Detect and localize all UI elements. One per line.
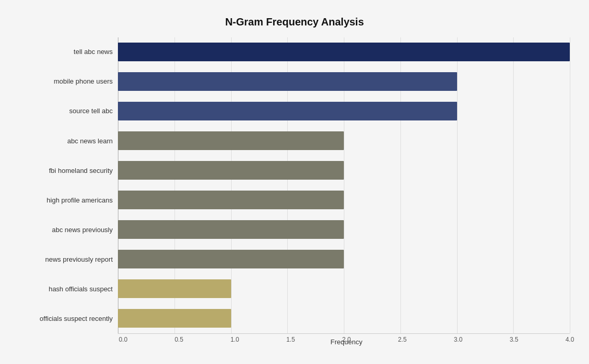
bar-3 [118,131,344,150]
bar-9 [118,309,231,328]
y-label-5: high profile americans [47,185,113,215]
x-tick-6: 3.0 [454,336,463,343]
x-tick-8: 4.0 [566,336,574,343]
bar-row-5 [118,185,570,215]
plot-area [118,37,570,334]
y-label-6: abc news previously [52,215,113,245]
x-tick-3: 1.5 [286,336,295,343]
y-label-1: mobile phone users [54,67,113,97]
bar-1 [118,72,457,91]
grid-line [570,37,570,333]
y-axis-labels: tell abc newsmobile phone userssource te… [19,37,118,334]
bar-0 [118,43,570,61]
y-label-4: fbi homeland security [49,156,113,185]
y-label-0: tell abc news [74,37,113,67]
bar-row-2 [118,97,570,126]
bar-row-0 [118,37,570,67]
y-label-3: abc news learn [68,126,113,156]
bar-8 [118,279,231,298]
bar-row-9 [118,304,570,333]
bar-row-4 [118,156,570,185]
bar-2 [118,102,457,120]
chart-title: N-Gram Frequency Analysis [19,16,570,28]
bar-row-3 [118,126,570,156]
bar-6 [118,220,344,239]
x-tick-1: 0.5 [175,336,183,343]
bar-row-7 [118,245,570,274]
bar-4 [118,161,344,180]
bar-row-1 [118,67,570,97]
bar-row-6 [118,215,570,245]
y-label-2: source tell abc [69,97,113,126]
x-tick-7: 3.5 [510,336,518,343]
x-tick-2: 1.0 [231,336,239,343]
bar-5 [118,191,344,209]
y-label-9: officials suspect recently [39,304,113,333]
x-tick-4: 2.0 [342,336,351,343]
bar-row-8 [118,274,570,304]
bar-7 [118,250,344,268]
y-label-8: hash officials suspect [49,274,113,304]
x-tick-0: 0.0 [119,336,128,343]
x-tick-5: 2.5 [398,336,407,343]
chart-container: N-Gram Frequency Analysis tell abc newsm… [9,6,580,359]
y-label-7: news previously report [45,245,113,274]
